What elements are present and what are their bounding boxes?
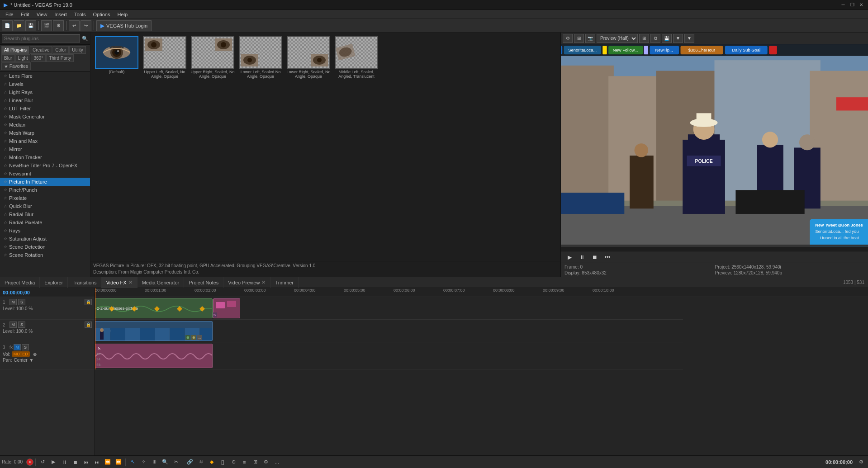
new-button[interactable]: 📄: [2, 20, 13, 31]
tab-all-plugins[interactable]: All Plug-ins: [1, 46, 29, 54]
plugin-item[interactable]: ☆ Pixelate: [0, 194, 90, 202]
play-button[interactable]: ▶: [564, 253, 574, 262]
track-2-solo[interactable]: S: [18, 321, 25, 328]
plugin-item-saturation-adjust[interactable]: ☆ Saturation Adjust: [0, 235, 90, 243]
plugin-item[interactable]: ☆ Lens Flare: [0, 72, 90, 80]
plugin-item[interactable]: ☆ Rays: [0, 227, 90, 235]
timecode-settings[interactable]: ⚙: [856, 458, 866, 467]
thumb-default[interactable]: (Default): [94, 36, 139, 79]
plugin-item[interactable]: ☆ Min and Max: [0, 137, 90, 145]
plugin-item[interactable]: ☆ NewBlue Titler Pro 7 - OpenFX: [0, 161, 90, 170]
tab-transitions[interactable]: Transitions: [68, 277, 101, 288]
track-1-clip-main[interactable]: 2-2-sunglasses-picture: [95, 298, 213, 318]
search-input[interactable]: [2, 34, 80, 43]
close-button[interactable]: ✕: [858, 2, 864, 8]
zoom-tool[interactable]: ⊕: [149, 458, 159, 467]
preview-snapshot-button[interactable]: 📷: [585, 34, 595, 43]
menu-file[interactable]: File: [2, 10, 17, 19]
timeline-tracks[interactable]: 00:00:00;00 00:00:01;00 00:00:02;00 00:0…: [95, 288, 868, 455]
tab-third-party[interactable]: Third Party: [46, 54, 74, 62]
envelope-tool[interactable]: ✧: [138, 458, 148, 467]
snap-button[interactable]: 🔗: [185, 458, 195, 467]
track-1-lane[interactable]: 2-2-sunglasses-picture: [95, 297, 683, 320]
plugin-item[interactable]: ☆ Mask Generator: [0, 113, 90, 121]
tab-color[interactable]: Color: [52, 46, 69, 54]
open-button[interactable]: 📁: [14, 20, 24, 31]
track-2-lock[interactable]: 🔒: [85, 321, 92, 328]
marker-button[interactable]: ◆: [207, 458, 217, 467]
plugin-item-picture-in-picture[interactable]: ☆ Picture In Picture: [0, 178, 90, 186]
preview-settings-button[interactable]: ⚙: [563, 34, 573, 43]
search-icon[interactable]: 🔍: [82, 36, 88, 42]
track-3-solo[interactable]: S: [22, 344, 29, 350]
track-2-mute[interactable]: M: [9, 321, 17, 328]
thumb-middle-left[interactable]: Middle Left, Scaled, Angled, Translucent: [334, 36, 379, 79]
plugin-item[interactable]: ☆ Motion Tracker: [0, 153, 90, 161]
thumb-lower-right[interactable]: Lower Right, Scaled, No Angle, Opaque: [286, 36, 331, 79]
menu-insert[interactable]: Insert: [51, 10, 71, 19]
preview-split-button[interactable]: ⊞: [574, 34, 584, 43]
preview-quality-dropdown[interactable]: Preview (Half) Preview (Full) Draft: [597, 34, 638, 43]
pause-button-bottom[interactable]: ⏸: [59, 458, 69, 467]
menu-tools[interactable]: Tools: [71, 10, 90, 19]
cut-button[interactable]: ✂: [171, 458, 181, 467]
prev-frame-button[interactable]: ⏮: [81, 458, 91, 467]
track-3-pan-dropdown[interactable]: ▼: [29, 358, 34, 363]
track-3-clip-audio[interactable]: fx 12: 24: 48:: [95, 344, 213, 368]
plugin-item[interactable]: ☆ Scene Rotation: [0, 251, 90, 259]
plugin-item[interactable]: ☆ Quick Blur: [0, 202, 90, 210]
redo-button[interactable]: ↪: [81, 20, 91, 31]
sync-button[interactable]: ⊙: [228, 458, 238, 467]
settings-tool[interactable]: ⚙: [261, 458, 271, 467]
preview-menu-button[interactable]: ▼: [684, 34, 694, 43]
pause-button[interactable]: ⏸: [577, 253, 587, 262]
plugin-item[interactable]: ☆ Radial Blur: [0, 210, 90, 218]
tab-trimmer[interactable]: Trimmer: [270, 277, 299, 288]
ripple-button[interactable]: ≋: [196, 458, 206, 467]
tab-media-generator[interactable]: Media Generator: [138, 277, 185, 288]
fast-forward-button[interactable]: ⏩: [114, 458, 123, 467]
plugin-item[interactable]: ☆ Mirror: [0, 145, 90, 153]
next-frame-button[interactable]: ⏭: [92, 458, 102, 467]
multitrack-button[interactable]: ⊞: [250, 458, 260, 467]
preview-copy-button[interactable]: ⧉: [650, 34, 660, 43]
tab-favorites[interactable]: ★ Favorites: [1, 62, 31, 70]
search-tool[interactable]: 🔍: [160, 458, 170, 467]
cursor-tool[interactable]: ↖: [128, 458, 138, 467]
rewind-button[interactable]: ⏪: [103, 458, 113, 467]
tab-video-preview-close[interactable]: ✕: [261, 279, 266, 285]
plugin-item[interactable]: ☆ LUT Filter: [0, 104, 90, 113]
plugin-item-newsprint[interactable]: ☆ Newsprint: [0, 170, 90, 178]
plugin-item[interactable]: ☆ Radial Pixelate: [0, 218, 90, 227]
tab-utility[interactable]: Utility: [69, 46, 85, 54]
preview-grid-button[interactable]: ⊞: [639, 34, 649, 43]
tab-creative[interactable]: Creative: [30, 46, 52, 54]
plugin-item-light-rays[interactable]: ☆ Light Rays: [0, 88, 90, 96]
hub-login-button[interactable]: ▶ VEGAS Hub Login: [96, 20, 152, 31]
play-button-bottom[interactable]: ▶: [48, 458, 58, 467]
track-3-vol-knob[interactable]: ⊕: [33, 352, 37, 357]
undo-button[interactable]: ↩: [69, 20, 80, 31]
thumb-upper-left[interactable]: Upper Left, Scaled, No Angle, Opaque: [142, 36, 187, 79]
plugin-item-scene-detection[interactable]: ☆ Scene Detection: [0, 243, 90, 251]
align-button[interactable]: ≡: [239, 458, 249, 467]
track-1-solo[interactable]: S: [18, 299, 25, 305]
menu-edit[interactable]: Edit: [17, 10, 33, 19]
menu-help[interactable]: Help: [114, 10, 131, 19]
save-button[interactable]: 💾: [25, 20, 36, 31]
plugin-item[interactable]: ☆ Linear Blur: [0, 96, 90, 104]
metronome-button[interactable]: ●: [26, 459, 33, 466]
track-1-lock[interactable]: 🔒: [85, 299, 92, 305]
settings-button[interactable]: ⚙: [53, 20, 64, 31]
tab-explorer[interactable]: Explorer: [40, 277, 68, 288]
region-button[interactable]: []: [218, 458, 228, 467]
menu-options[interactable]: Options: [90, 10, 114, 19]
render-button[interactable]: 🎬: [41, 20, 52, 31]
plugin-item[interactable]: ☆ Median: [0, 121, 90, 129]
stop-button-bottom[interactable]: ⏹: [70, 458, 80, 467]
more-controls-button[interactable]: •••: [602, 253, 612, 262]
restore-button[interactable]: ❐: [849, 2, 855, 8]
tab-video-preview[interactable]: Video Preview ✕: [223, 277, 270, 288]
thumb-lower-left[interactable]: Lower Left, Scaled No Angle, Opaque: [238, 36, 283, 79]
track-3-lane[interactable]: fx 12: 24: 48:: [95, 342, 683, 369]
